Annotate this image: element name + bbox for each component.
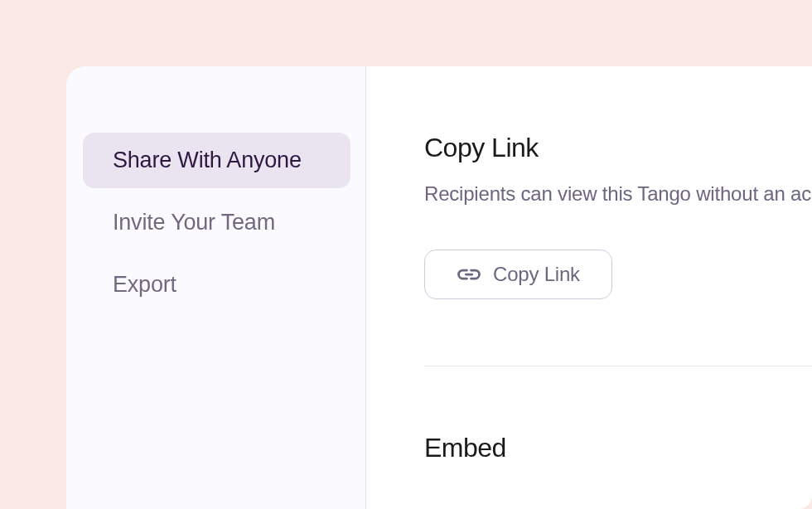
copy-link-description: Recipients can view this Tango without a… bbox=[424, 178, 812, 210]
sidebar: Share With Anyone Invite Your Team Expor… bbox=[66, 66, 366, 509]
main-content: Copy Link Recipients can view this Tango… bbox=[366, 66, 812, 509]
sidebar-item-export[interactable]: Export bbox=[83, 257, 350, 313]
share-modal: Share With Anyone Invite Your Team Expor… bbox=[66, 66, 812, 509]
section-divider bbox=[424, 366, 812, 366]
embed-title: Embed bbox=[424, 433, 812, 463]
copy-link-button[interactable]: Copy Link bbox=[424, 250, 612, 299]
sidebar-item-share-with-anyone[interactable]: Share With Anyone bbox=[83, 133, 350, 188]
sidebar-item-label: Invite Your Team bbox=[113, 210, 275, 235]
copy-link-button-label: Copy Link bbox=[493, 263, 580, 286]
outer-container: Share With Anyone Invite Your Team Expor… bbox=[0, 0, 812, 509]
sidebar-item-label: Export bbox=[113, 272, 176, 297]
link-icon bbox=[457, 266, 481, 283]
sidebar-item-label: Share With Anyone bbox=[113, 148, 302, 172]
sidebar-item-invite-your-team[interactable]: Invite Your Team bbox=[83, 195, 350, 250]
copy-link-title: Copy Link bbox=[424, 133, 812, 163]
